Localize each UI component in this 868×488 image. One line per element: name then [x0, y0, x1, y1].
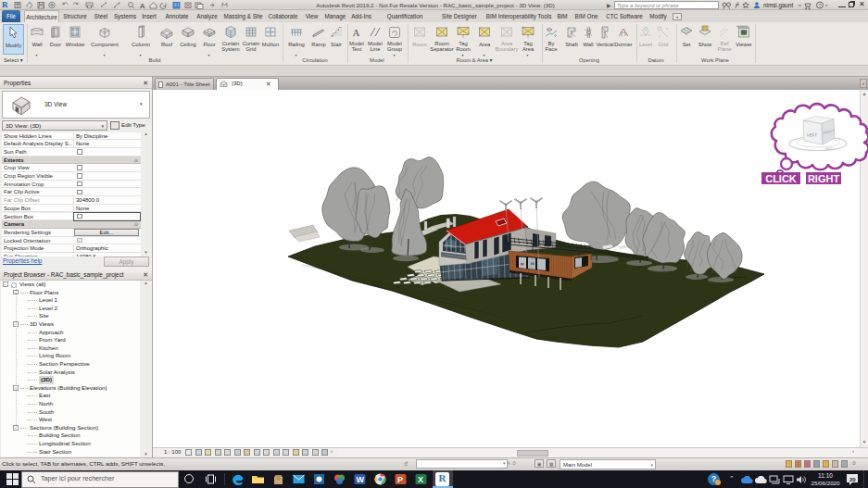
svg-text:A: A — [140, 2, 145, 10]
svg-text:?: ? — [819, 3, 822, 8]
svg-text:X: X — [418, 475, 423, 484]
svg-text:P: P — [397, 475, 403, 484]
svg-text:W: W — [357, 475, 365, 484]
svg-text:nimsi.gaunt: nimsi.gaunt — [763, 2, 793, 9]
svg-text:A: A — [353, 27, 360, 38]
